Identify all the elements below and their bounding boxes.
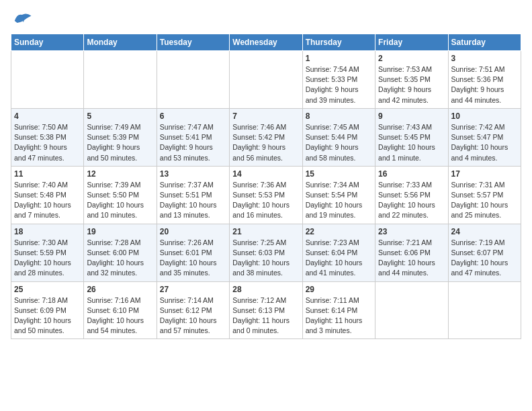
logo (11, 11, 32, 27)
day-info: Sunrise: 7:53 AM Sunset: 5:35 PM Dayligh… (378, 64, 445, 105)
weekday-header-thursday: Thursday (302, 34, 375, 51)
day-number: 27 (160, 285, 226, 294)
day-info: Sunrise: 7:47 AM Sunset: 5:41 PM Dayligh… (160, 122, 226, 163)
calendar-cell: 27Sunrise: 7:14 AM Sunset: 6:12 PM Dayli… (157, 281, 229, 339)
calendar-cell: 16Sunrise: 7:33 AM Sunset: 5:56 PM Dayli… (375, 166, 448, 224)
day-info: Sunrise: 7:30 AM Sunset: 5:59 PM Dayligh… (14, 238, 81, 279)
calendar-cell: 8Sunrise: 7:45 AM Sunset: 5:44 PM Daylig… (302, 108, 375, 166)
day-info: Sunrise: 7:43 AM Sunset: 5:45 PM Dayligh… (378, 122, 445, 163)
day-number: 18 (14, 227, 81, 236)
calendar-cell: 12Sunrise: 7:39 AM Sunset: 5:50 PM Dayli… (84, 166, 157, 224)
day-info: Sunrise: 7:51 AM Sunset: 5:36 PM Dayligh… (451, 64, 518, 105)
day-info: Sunrise: 7:23 AM Sunset: 6:04 PM Dayligh… (306, 238, 372, 279)
day-number: 24 (451, 227, 518, 236)
calendar-cell: 28Sunrise: 7:12 AM Sunset: 6:13 PM Dayli… (230, 281, 302, 339)
calendar-cell: 15Sunrise: 7:34 AM Sunset: 5:54 PM Dayli… (302, 166, 375, 224)
day-info: Sunrise: 7:54 AM Sunset: 5:33 PM Dayligh… (306, 64, 372, 105)
day-number: 29 (306, 285, 372, 294)
calendar-cell (230, 51, 302, 109)
calendar-cell: 24Sunrise: 7:19 AM Sunset: 6:07 PM Dayli… (448, 224, 521, 281)
calendar-cell: 4Sunrise: 7:50 AM Sunset: 5:38 PM Daylig… (11, 108, 84, 166)
weekday-header-friday: Friday (375, 34, 448, 51)
day-number: 14 (232, 169, 299, 179)
calendar-cell: 10Sunrise: 7:42 AM Sunset: 5:47 PM Dayli… (448, 108, 521, 166)
page-header (11, 11, 521, 27)
weekday-header-sunday: Sunday (11, 34, 84, 51)
day-number: 2 (378, 54, 445, 63)
day-number: 20 (160, 227, 226, 236)
day-info: Sunrise: 7:33 AM Sunset: 5:56 PM Dayligh… (378, 180, 445, 221)
calendar-cell: 7Sunrise: 7:46 AM Sunset: 5:42 PM Daylig… (230, 108, 302, 166)
weekday-header-saturday: Saturday (448, 34, 521, 51)
day-number: 22 (306, 227, 372, 236)
day-info: Sunrise: 7:21 AM Sunset: 6:06 PM Dayligh… (378, 238, 445, 279)
calendar-cell: 17Sunrise: 7:31 AM Sunset: 5:57 PM Dayli… (448, 166, 521, 224)
calendar-cell (84, 51, 157, 109)
calendar-cell (11, 51, 84, 109)
calendar-cell: 18Sunrise: 7:30 AM Sunset: 5:59 PM Dayli… (11, 224, 84, 281)
day-info: Sunrise: 7:25 AM Sunset: 6:03 PM Dayligh… (232, 238, 299, 279)
calendar-cell: 2Sunrise: 7:53 AM Sunset: 5:35 PM Daylig… (375, 51, 448, 109)
calendar-week-row: 25Sunrise: 7:18 AM Sunset: 6:09 PM Dayli… (11, 281, 521, 339)
day-number: 19 (87, 227, 153, 236)
day-number: 17 (451, 169, 518, 179)
calendar-cell: 1Sunrise: 7:54 AM Sunset: 5:33 PM Daylig… (302, 51, 375, 109)
weekday-header-monday: Monday (84, 34, 157, 51)
calendar-cell: 20Sunrise: 7:26 AM Sunset: 6:01 PM Dayli… (157, 224, 229, 281)
day-number: 4 (14, 111, 81, 121)
day-info: Sunrise: 7:19 AM Sunset: 6:07 PM Dayligh… (451, 238, 518, 279)
calendar-week-row: 1Sunrise: 7:54 AM Sunset: 5:33 PM Daylig… (11, 51, 521, 109)
logo-bird-icon (12, 11, 32, 27)
calendar-cell: 6Sunrise: 7:47 AM Sunset: 5:41 PM Daylig… (157, 108, 229, 166)
day-info: Sunrise: 7:37 AM Sunset: 5:51 PM Dayligh… (160, 180, 226, 221)
day-info: Sunrise: 7:18 AM Sunset: 6:09 PM Dayligh… (14, 295, 81, 336)
calendar-cell: 23Sunrise: 7:21 AM Sunset: 6:06 PM Dayli… (375, 224, 448, 281)
calendar-cell: 22Sunrise: 7:23 AM Sunset: 6:04 PM Dayli… (302, 224, 375, 281)
day-info: Sunrise: 7:16 AM Sunset: 6:10 PM Dayligh… (87, 295, 153, 336)
calendar-cell: 21Sunrise: 7:25 AM Sunset: 6:03 PM Dayli… (230, 224, 302, 281)
day-number: 11 (14, 169, 81, 179)
day-number: 5 (87, 111, 153, 121)
day-number: 9 (378, 111, 445, 121)
day-info: Sunrise: 7:28 AM Sunset: 6:00 PM Dayligh… (87, 238, 153, 279)
calendar-cell: 3Sunrise: 7:51 AM Sunset: 5:36 PM Daylig… (448, 51, 521, 109)
day-number: 15 (306, 169, 372, 179)
day-number: 12 (87, 169, 153, 179)
calendar-cell: 25Sunrise: 7:18 AM Sunset: 6:09 PM Dayli… (11, 281, 84, 339)
calendar-cell: 14Sunrise: 7:36 AM Sunset: 5:53 PM Dayli… (230, 166, 302, 224)
calendar-week-row: 4Sunrise: 7:50 AM Sunset: 5:38 PM Daylig… (11, 108, 521, 166)
calendar-cell (375, 281, 448, 339)
calendar-cell: 9Sunrise: 7:43 AM Sunset: 5:45 PM Daylig… (375, 108, 448, 166)
weekday-header-wednesday: Wednesday (230, 34, 302, 51)
day-number: 10 (451, 111, 518, 121)
day-number: 16 (378, 169, 445, 179)
day-info: Sunrise: 7:50 AM Sunset: 5:38 PM Dayligh… (14, 122, 81, 163)
day-number: 8 (306, 111, 372, 121)
calendar-cell: 5Sunrise: 7:49 AM Sunset: 5:39 PM Daylig… (84, 108, 157, 166)
day-info: Sunrise: 7:31 AM Sunset: 5:57 PM Dayligh… (451, 180, 518, 221)
calendar-table: SundayMondayTuesdayWednesdayThursdayFrid… (11, 34, 521, 339)
day-info: Sunrise: 7:46 AM Sunset: 5:42 PM Dayligh… (232, 122, 299, 163)
weekday-header-tuesday: Tuesday (157, 34, 229, 51)
calendar-cell: 13Sunrise: 7:37 AM Sunset: 5:51 PM Dayli… (157, 166, 229, 224)
calendar-cell: 29Sunrise: 7:11 AM Sunset: 6:14 PM Dayli… (302, 281, 375, 339)
logo-text (11, 11, 32, 27)
day-info: Sunrise: 7:42 AM Sunset: 5:47 PM Dayligh… (451, 122, 518, 163)
day-info: Sunrise: 7:34 AM Sunset: 5:54 PM Dayligh… (306, 180, 372, 221)
day-number: 25 (14, 285, 81, 294)
calendar-cell: 26Sunrise: 7:16 AM Sunset: 6:10 PM Dayli… (84, 281, 157, 339)
day-info: Sunrise: 7:11 AM Sunset: 6:14 PM Dayligh… (306, 295, 372, 336)
calendar-cell (157, 51, 229, 109)
calendar-week-row: 11Sunrise: 7:40 AM Sunset: 5:48 PM Dayli… (11, 166, 521, 224)
day-number: 6 (160, 111, 226, 121)
day-info: Sunrise: 7:40 AM Sunset: 5:48 PM Dayligh… (14, 180, 81, 221)
day-info: Sunrise: 7:45 AM Sunset: 5:44 PM Dayligh… (306, 122, 372, 163)
day-number: 7 (232, 111, 299, 121)
calendar-cell: 11Sunrise: 7:40 AM Sunset: 5:48 PM Dayli… (11, 166, 84, 224)
day-number: 21 (232, 227, 299, 236)
day-info: Sunrise: 7:14 AM Sunset: 6:12 PM Dayligh… (160, 295, 226, 336)
calendar-week-row: 18Sunrise: 7:30 AM Sunset: 5:59 PM Dayli… (11, 224, 521, 281)
calendar-cell (448, 281, 521, 339)
day-info: Sunrise: 7:36 AM Sunset: 5:53 PM Dayligh… (232, 180, 299, 221)
day-number: 13 (160, 169, 226, 179)
